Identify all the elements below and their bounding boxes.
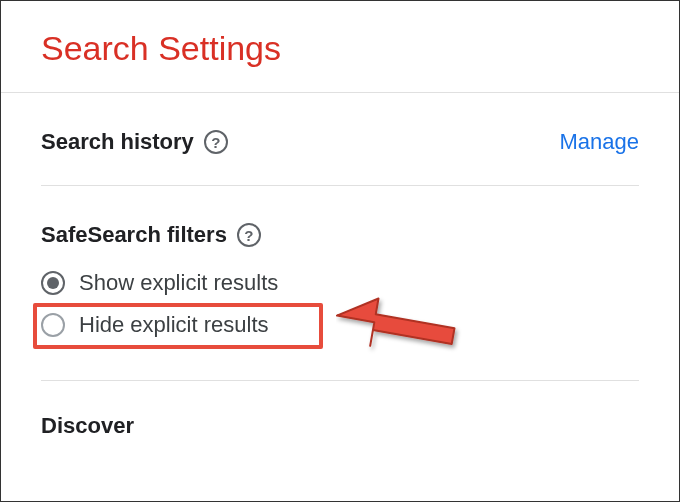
radio-hide-explicit-label: Hide explicit results: [79, 312, 269, 338]
help-icon[interactable]: ?: [204, 130, 228, 154]
search-history-section: Search history ? Manage: [1, 93, 679, 186]
safesearch-label: SafeSearch filters: [41, 222, 227, 248]
search-history-label: Search history: [41, 129, 194, 155]
safesearch-section: SafeSearch filters ? Show explicit resul…: [1, 186, 679, 381]
discover-section: Discover: [1, 381, 679, 439]
radio-show-explicit[interactable]: Show explicit results: [41, 262, 639, 304]
safesearch-label-wrap: SafeSearch filters ?: [41, 222, 261, 248]
radio-hide-explicit[interactable]: Hide explicit results: [41, 304, 639, 346]
header: Search Settings: [1, 1, 679, 93]
radio-button-icon: [41, 271, 65, 295]
manage-link[interactable]: Manage: [559, 129, 639, 155]
safesearch-radio-group: Show explicit results Hide explicit resu…: [41, 262, 639, 381]
discover-label: Discover: [41, 413, 134, 438]
radio-button-icon: [41, 313, 65, 337]
search-history-label-wrap: Search history ?: [41, 129, 228, 155]
radio-show-explicit-label: Show explicit results: [79, 270, 278, 296]
page-title: Search Settings: [41, 29, 639, 68]
help-icon[interactable]: ?: [237, 223, 261, 247]
